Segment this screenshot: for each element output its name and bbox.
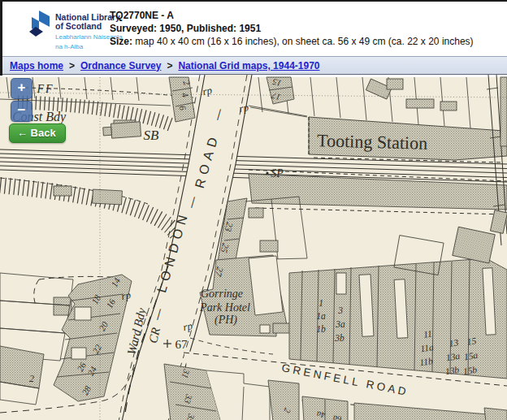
nls-logo-icon [29, 11, 51, 41]
map-label-sp: SP [271, 167, 284, 180]
house-number: 13a [445, 351, 461, 362]
house-number: 3 [337, 305, 343, 315]
map-label-tooting-station: Tooting Station [317, 130, 428, 154]
breadcrumb: Maps home > Ordnance Survey > National G… [0, 56, 507, 75]
house-number: 2 [29, 373, 34, 384]
house-number: 15a [463, 350, 479, 362]
house-number: 3b [334, 333, 344, 343]
house-number: 6a [332, 414, 341, 420]
back-button[interactable]: ← Back [9, 123, 66, 143]
zoom-controls: + − [11, 78, 32, 123]
breadcrumb-separator: > [167, 60, 172, 71]
map-label-hotel-line1: Gorringe [201, 288, 243, 300]
breadcrumb-national-grid-maps[interactable]: National Grid maps, 1944-1970 [178, 60, 319, 71]
house-number: 3a [335, 319, 345, 329]
breadcrumb-maps-home[interactable]: Maps home [10, 60, 63, 71]
header: National Library of Scotland Leabharlann… [0, 2, 507, 54]
surveyed-line: Surveyed: 1950, Published: 1951 [110, 22, 474, 35]
house-number: 15b [462, 365, 478, 376]
map-image[interactable]: FF Const Bdy SB rp rp rp rp Tooting Stat… [0, 75, 507, 420]
zoom-in-button[interactable]: + [11, 78, 32, 99]
map-label-sb: SB [144, 128, 160, 143]
house-number: 4a [316, 410, 325, 420]
house-number: 1a [316, 311, 326, 321]
house-number: 11 [422, 328, 432, 339]
map-label-hotel-line3: (PH) [214, 314, 237, 327]
house-number: 15 [466, 336, 477, 347]
house-number: 11a [419, 342, 434, 353]
breadcrumb-separator: > [69, 60, 75, 71]
window-frame-edge [0, 2, 2, 76]
zoom-out-button[interactable]: − [11, 101, 32, 122]
size-line: Size: map 40 x 40 cm (16 x 16 inches), o… [110, 35, 474, 48]
house-number: 1b [316, 324, 326, 334]
sheet-title: TQ2770NE - A [110, 9, 474, 22]
size-value: map 40 x 40 cm (16 x 16 inches), on shee… [132, 36, 474, 47]
signal-post-dot [266, 171, 268, 174]
map-viewer[interactable]: FF Const Bdy SB rp rp rp rp Tooting Stat… [0, 75, 507, 420]
page: { "header": { "logo": { "line1": "Nation… [0, 0, 507, 420]
breadcrumb-ordnance-survey[interactable]: Ordnance Survey [80, 60, 161, 71]
house-number: 13 [448, 337, 459, 349]
map-metadata: TQ2770NE - A Surveyed: 1950, Published: … [110, 9, 474, 48]
map-label-hotel-line2: Park Hotel [199, 301, 250, 314]
house-number: 13b [444, 365, 460, 376]
nls-logo[interactable]: National Library of Scotland Leabharlann… [29, 11, 123, 50]
size-label: Size: [110, 36, 132, 47]
map-label-67: 67 [176, 338, 188, 351]
map-label-ff: FF [36, 83, 54, 95]
house-number: 11b [418, 356, 433, 367]
house-number: 1 [318, 298, 323, 308]
